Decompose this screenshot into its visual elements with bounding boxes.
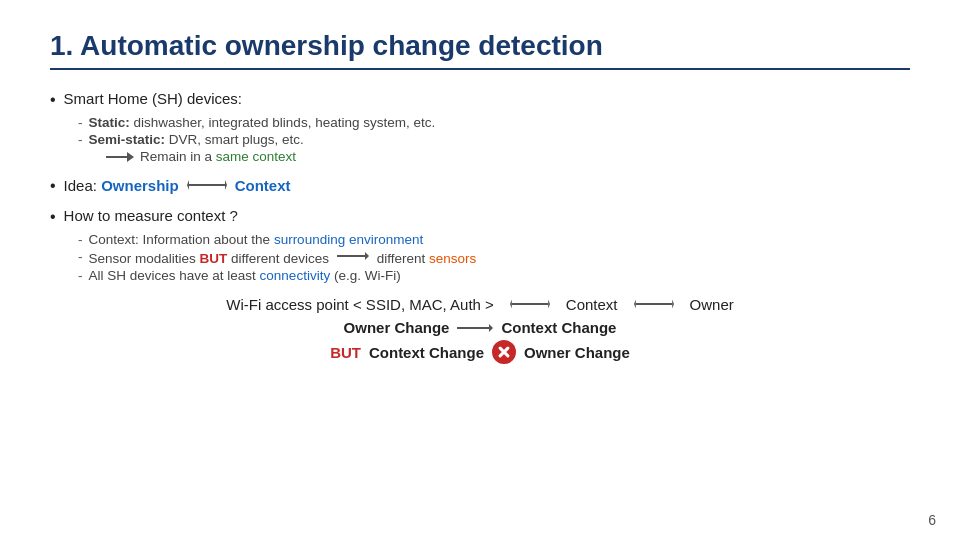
- double-arrow-icon: [187, 176, 227, 194]
- how-to-measure-section: • How to measure context ? - Context: In…: [50, 207, 910, 283]
- bullet-dot-1: •: [50, 91, 56, 109]
- svg-marker-6: [548, 299, 550, 308]
- slide: 1. Automatic ownership change detection …: [0, 0, 960, 540]
- but-context-line: BUT Context Change Owner Change: [50, 340, 910, 364]
- sensor-modalities-item: - Sensor modalities BUT different device…: [78, 249, 910, 266]
- wifi-line: Wi-Fi access point < SSID, MAC, Auth > C…: [50, 295, 910, 313]
- but-text: BUT: [330, 344, 361, 361]
- context-text: Context: [235, 177, 291, 194]
- double-arrow-wifi-icon: [510, 295, 550, 313]
- arrow-owner-context-icon: [457, 321, 493, 335]
- how-to-measure-bullet: • How to measure context ?: [50, 207, 910, 226]
- wifi-owner: Owner: [690, 296, 734, 313]
- semi-static-text: Semi-static: DVR, smart plugs, etc.: [89, 132, 304, 147]
- idea-line: Idea: Ownership Context: [64, 176, 291, 194]
- svg-marker-7: [510, 299, 512, 308]
- ownership-text: Ownership: [101, 177, 179, 194]
- bullet-dot-2: •: [50, 177, 56, 195]
- wifi-context: Context: [566, 296, 618, 313]
- context-change-text: Context Change: [501, 319, 616, 336]
- smart-home-section: • Smart Home (SH) devices: - Static: dis…: [50, 90, 910, 164]
- svg-marker-10: [634, 299, 636, 308]
- bullet-dot-3: •: [50, 208, 56, 226]
- remain-line: Remain in a same context: [106, 149, 910, 164]
- svg-marker-1: [225, 180, 227, 190]
- x-mark-icon: [492, 340, 516, 364]
- wifi-prefix: Wi-Fi access point < SSID, MAC, Auth >: [226, 296, 494, 313]
- svg-marker-2: [187, 180, 189, 190]
- but-context-change-text: Context Change: [369, 344, 484, 361]
- owner-change-bottom-text: Owner Change: [524, 344, 630, 361]
- svg-marker-9: [672, 299, 674, 308]
- idea-bullet: • Idea: Ownership Context: [50, 176, 910, 195]
- context-info-item: - Context: Information about the surroun…: [78, 232, 910, 247]
- page-number: 6: [928, 512, 936, 528]
- remain-text: Remain in a same context: [140, 149, 296, 164]
- smart-home-sub-items: - Static: dishwasher, integrated blinds,…: [78, 115, 910, 164]
- context-info-text: Context: Information about the surroundi…: [89, 232, 424, 247]
- owner-change-text: Owner Change: [344, 319, 450, 336]
- semi-static-item: - Semi-static: DVR, smart plugs, etc.: [78, 132, 910, 147]
- smart-home-bullet: • Smart Home (SH) devices:: [50, 90, 910, 109]
- static-text: Static: dishwasher, integrated blinds, h…: [89, 115, 436, 130]
- smart-home-text: Smart Home (SH) devices:: [64, 90, 242, 107]
- slide-title: 1. Automatic ownership change detection: [50, 30, 910, 70]
- static-item: - Static: dishwasher, integrated blinds,…: [78, 115, 910, 130]
- idea-prefix: Idea:: [64, 177, 102, 194]
- arrow-right-icon: [106, 150, 134, 164]
- owner-context-line: Owner Change Context Change: [50, 319, 910, 336]
- how-to-measure-text: How to measure context ?: [64, 207, 238, 224]
- how-to-measure-sub-items: - Context: Information about the surroun…: [78, 232, 910, 283]
- idea-section: • Idea: Ownership Context: [50, 176, 910, 195]
- svg-marker-4: [365, 252, 369, 260]
- sensor-modalities-text: Sensor modalities BUT different devices …: [89, 249, 477, 266]
- all-sh-text: All SH devices have at least connectivit…: [89, 268, 401, 283]
- svg-marker-12: [489, 324, 493, 332]
- all-sh-item: - All SH devices have at least connectiv…: [78, 268, 910, 283]
- double-arrow-owner-icon: [634, 295, 674, 313]
